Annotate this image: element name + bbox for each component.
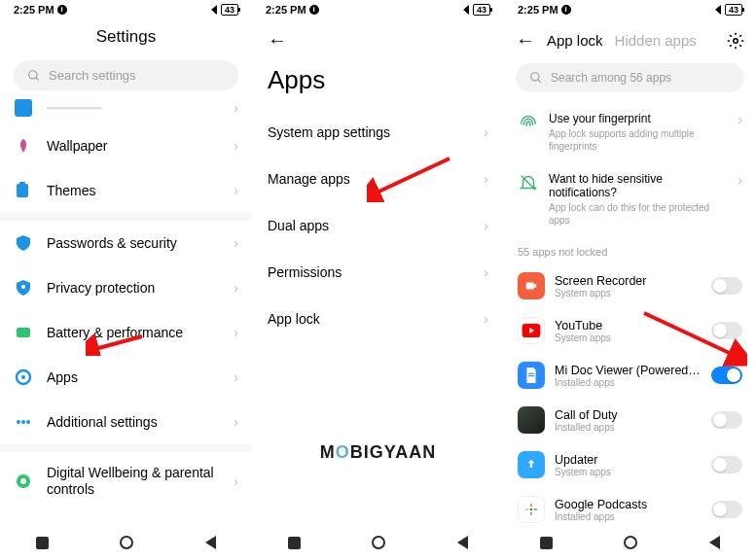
status-bar: 2:25 PM i 43	[252, 0, 504, 19]
list-item-passwords[interactable]: Passwords & security ›	[0, 221, 252, 265]
search-placeholder: Search settings	[49, 68, 136, 83]
status-time: 2:25 PM	[266, 4, 306, 16]
back-button[interactable]: ←	[516, 29, 535, 52]
toggle-podcasts[interactable]	[711, 501, 742, 518]
chevron-icon: ›	[484, 124, 488, 140]
info-icon: i	[561, 5, 571, 15]
chevron-icon: ›	[234, 183, 238, 198]
app-row-updater[interactable]: UpdaterSystem apps	[504, 442, 756, 487]
chevron-icon: ›	[484, 311, 488, 327]
privacy-icon	[14, 278, 33, 298]
svg-rect-25	[528, 375, 534, 376]
app-row-screen-recorder[interactable]: Screen RecorderSystem apps	[504, 263, 756, 308]
svg-rect-4	[19, 182, 25, 185]
svg-rect-22	[526, 283, 534, 290]
page-title: Apps	[252, 57, 504, 109]
screen-recorder-icon	[518, 272, 545, 299]
search-input[interactable]: Search among 56 apps	[516, 63, 744, 92]
youtube-icon	[518, 317, 545, 344]
list-item-dual-apps[interactable]: Dual apps ›	[252, 202, 504, 249]
svg-rect-29	[525, 508, 528, 509]
svg-point-10	[21, 420, 25, 424]
toggle-youtube[interactable]	[711, 322, 742, 339]
battery-icon: 43	[221, 4, 238, 16]
nav-back[interactable]	[709, 536, 720, 549]
list-item-themes[interactable]: Themes ›	[0, 168, 252, 213]
chevron-icon: ›	[484, 218, 488, 233]
status-bar: 2:25 PM i 43	[0, 0, 252, 19]
search-input[interactable]: Search settings	[14, 60, 238, 90]
battery-icon: 43	[725, 4, 742, 16]
list-item-battery[interactable]: Battery & performance ›	[0, 310, 252, 355]
battery-icon: 43	[473, 4, 490, 16]
nav-home[interactable]	[624, 536, 637, 549]
nav-recent[interactable]	[36, 537, 49, 549]
shield-icon	[14, 233, 33, 253]
android-navbar	[0, 525, 252, 560]
wellbeing-icon	[14, 472, 33, 491]
watermark: MOBIGYAAN	[320, 442, 436, 463]
list-item-apps[interactable]: Apps ›	[0, 355, 252, 400]
tab-hidden-apps[interactable]: Hidden apps	[615, 32, 697, 49]
bell-off-icon	[518, 172, 539, 193]
svg-point-18	[734, 38, 738, 43]
list-item-wellbeing[interactable]: Digital Wellbeing & parental controls ›	[0, 452, 252, 510]
list-item-cut: ━━━━━━━	[47, 100, 220, 116]
apps-header: ←	[252, 19, 504, 57]
svg-point-13	[20, 478, 26, 484]
android-navbar	[252, 525, 504, 560]
list-item-wallpaper[interactable]: Wallpaper ›	[0, 123, 252, 168]
nav-back[interactable]	[457, 536, 468, 549]
wallpaper-icon	[14, 136, 33, 156]
list-item-system-app[interactable]: System app settings ›	[252, 109, 504, 156]
status-time: 2:25 PM	[14, 4, 54, 16]
app-row-cod[interactable]: Call of DutyInstalled apps	[504, 398, 756, 442]
hint-notifications[interactable]: Want to hide sensitive notifications? Ap…	[504, 162, 756, 236]
gear-icon[interactable]	[727, 32, 744, 50]
nav-home[interactable]	[372, 536, 385, 549]
screen-apps: 2:25 PM i 43 ← Apps System app settings …	[252, 0, 504, 560]
nav-recent[interactable]	[540, 537, 553, 549]
battery-perf-icon	[14, 323, 33, 342]
tab-applock[interactable]: App lock	[547, 32, 603, 49]
hint-fingerprint[interactable]: Use your fingerprint App lock supports a…	[504, 102, 756, 162]
home-icon	[14, 98, 33, 118]
svg-rect-30	[534, 508, 537, 509]
svg-point-0	[29, 70, 37, 78]
app-row-youtube[interactable]: YouTubeSystem apps	[504, 308, 756, 353]
list-item-applock[interactable]: App lock ›	[252, 296, 504, 342]
chevron-icon: ›	[234, 473, 238, 489]
list-item-permissions[interactable]: Permissions ›	[252, 249, 504, 296]
nav-recent[interactable]	[288, 537, 301, 549]
back-button[interactable]: ←	[268, 29, 287, 52]
search-placeholder: Search among 56 apps	[551, 71, 671, 85]
chevron-icon: ›	[234, 235, 238, 251]
toggle-updater[interactable]	[711, 456, 742, 473]
svg-point-9	[17, 420, 20, 424]
app-row-midoc[interactable]: Mi Doc Viewer (Powered b…Installed apps	[504, 353, 756, 398]
info-icon: i	[309, 5, 319, 15]
svg-point-11	[26, 420, 30, 424]
toggle-midoc[interactable]	[711, 367, 742, 384]
chevron-icon: ›	[234, 280, 238, 296]
search-icon	[529, 71, 543, 85]
chevron-icon: ›	[484, 171, 488, 187]
list-item-manage-apps[interactable]: Manage apps ›	[252, 156, 504, 202]
android-navbar	[504, 525, 756, 560]
nav-home[interactable]	[120, 536, 133, 549]
list-item-additional[interactable]: Additional settings ›	[0, 400, 252, 444]
toggle-screen-recorder[interactable]	[711, 277, 742, 295]
info-icon: i	[57, 5, 67, 15]
list-item-privacy[interactable]: Privacy protection ›	[0, 265, 252, 310]
svg-rect-6	[17, 328, 30, 337]
svg-rect-24	[528, 373, 534, 374]
chevron-icon: ›	[234, 369, 238, 385]
chevron-icon: ›	[234, 414, 238, 430]
settings-list: ━━━━━━━ › Wallpaper › Themes › Passwords…	[0, 98, 252, 560]
toggle-cod[interactable]	[711, 411, 742, 429]
search-icon	[27, 69, 41, 83]
apps-icon	[14, 368, 33, 387]
svg-point-5	[21, 285, 25, 289]
nav-back[interactable]	[205, 536, 216, 549]
screen-applock: 2:25 PM i 43 ← App lock Hidden apps Sear…	[504, 0, 756, 560]
